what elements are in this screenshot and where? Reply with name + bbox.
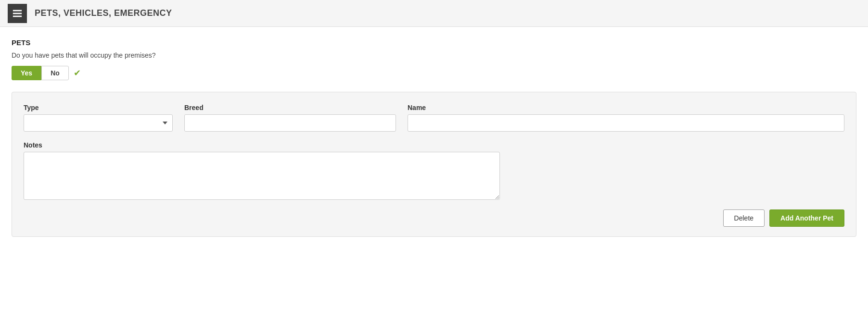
svg-rect-0 [13,10,22,11]
page-title: PETS, VEHICLES, EMERGENCY [35,8,172,18]
breed-label: Breed [184,104,396,111]
breed-input[interactable] [184,114,396,132]
type-label: Type [24,104,173,111]
section-title: PETS [12,38,856,47]
yes-button[interactable]: Yes [12,66,41,80]
name-field-group: Name [408,104,844,132]
notes-textarea[interactable] [24,152,500,200]
svg-rect-1 [13,12,22,14]
svg-rect-2 [13,15,22,17]
no-button[interactable]: No [41,66,69,80]
add-another-pet-button[interactable]: Add Another Pet [769,209,844,227]
page-header: PETS, VEHICLES, EMERGENCY [0,0,868,27]
notes-field-group: Notes [24,141,500,200]
yes-no-group: Yes No ✔ [12,66,856,80]
breed-field-group: Breed [184,104,396,132]
form-actions: Delete Add Another Pet [24,209,844,227]
main-content: PETS Do you have pets that will occupy t… [0,27,868,248]
section-question: Do you have pets that will occupy the pr… [12,51,856,59]
hamburger-icon [12,8,23,19]
type-select[interactable]: Dog Cat Bird Other [24,114,173,132]
name-label: Name [408,104,844,111]
menu-icon [8,4,27,23]
delete-button[interactable]: Delete [723,209,765,227]
pet-form-card: Type Dog Cat Bird Other Breed Name [12,92,856,237]
form-row-top: Type Dog Cat Bird Other Breed Name [24,104,844,132]
notes-label: Notes [24,141,500,149]
form-row-notes: Notes [24,141,844,200]
check-icon: ✔ [74,68,81,78]
name-input[interactable] [408,114,844,132]
type-field-group: Type Dog Cat Bird Other [24,104,173,132]
